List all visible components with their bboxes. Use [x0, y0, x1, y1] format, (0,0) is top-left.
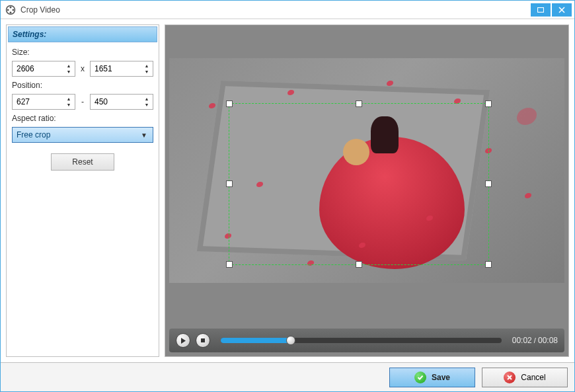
aspect-ratio-label: Aspect ratio:	[12, 114, 153, 123]
crop-handle-e[interactable]	[485, 180, 492, 187]
svg-marker-8	[181, 338, 186, 344]
spin-up-icon[interactable]: ▲	[142, 63, 151, 69]
pos-x-spinner[interactable]: ▲▼	[12, 94, 75, 110]
crop-handle-s[interactable]	[356, 261, 362, 268]
chevron-down-icon: ▼	[138, 128, 150, 142]
check-icon	[414, 372, 426, 383]
aspect-ratio-value: Free crop	[17, 130, 50, 139]
stop-button[interactable]	[196, 333, 210, 348]
client-area: Settings: Size: ▲▼ x ▲▼ Position:	[1, 19, 574, 362]
settings-body: Size: ▲▼ x ▲▼ Position:	[8, 42, 157, 355]
spin-down-icon[interactable]: ▼	[64, 102, 73, 108]
crop-handle-ne[interactable]	[485, 100, 492, 107]
crop-handle-w[interactable]	[226, 180, 233, 187]
size-separator: x	[79, 64, 86, 73]
player-bar: 00:02 / 00:08	[169, 329, 564, 352]
settings-header: Settings:	[8, 26, 157, 42]
cancel-icon	[504, 372, 516, 383]
crop-handle-nw[interactable]	[226, 100, 233, 107]
spin-up-icon[interactable]: ▲	[64, 96, 73, 102]
pos-y-spinner[interactable]: ▲▼	[90, 94, 153, 110]
size-width-input[interactable]	[17, 64, 63, 73]
svg-point-3	[7, 9, 9, 11]
svg-rect-5	[538, 7, 544, 12]
time-total: 00:08	[538, 336, 558, 345]
crop-handle-n[interactable]	[356, 100, 362, 107]
pos-separator: -	[79, 97, 86, 106]
pos-x-input[interactable]	[17, 97, 63, 106]
settings-panel: Settings: Size: ▲▼ x ▲▼ Position:	[6, 24, 159, 357]
dialog-footer: Save Cancel	[1, 362, 574, 391]
crop-handle-sw[interactable]	[226, 261, 233, 268]
save-button[interactable]: Save	[389, 368, 475, 387]
size-height-input[interactable]	[95, 64, 141, 73]
time-display: 00:02 / 00:08	[512, 336, 558, 345]
app-icon	[5, 4, 17, 16]
spin-up-icon[interactable]: ▲	[142, 96, 151, 102]
svg-point-4	[13, 9, 15, 11]
video-area[interactable]	[165, 25, 568, 329]
seek-fill	[221, 338, 291, 343]
spin-down-icon[interactable]: ▼	[142, 69, 151, 75]
save-label: Save	[432, 373, 450, 382]
size-width-spinner[interactable]: ▲▼	[12, 61, 75, 77]
svg-point-2	[10, 11, 12, 13]
svg-rect-9	[201, 338, 205, 342]
size-label: Size:	[12, 48, 153, 57]
cancel-button[interactable]: Cancel	[482, 368, 568, 387]
pos-y-input[interactable]	[95, 97, 141, 106]
position-label: Position:	[12, 81, 153, 90]
svg-point-1	[10, 6, 12, 8]
crop-rectangle[interactable]	[229, 103, 490, 265]
crop-handle-se[interactable]	[485, 261, 492, 268]
spin-up-icon[interactable]: ▲	[64, 63, 73, 69]
crop-video-window: Crop Video Settings: Size: ▲▼ x	[0, 0, 575, 392]
play-button[interactable]	[176, 333, 190, 348]
reset-button[interactable]: Reset	[51, 153, 114, 171]
seek-bar[interactable]	[221, 338, 502, 343]
aspect-ratio-dropdown[interactable]: Free crop ▼	[12, 127, 153, 143]
spin-down-icon[interactable]: ▼	[142, 102, 151, 108]
cancel-label: Cancel	[521, 373, 545, 382]
video-frame	[169, 58, 564, 283]
seek-thumb[interactable]	[286, 336, 295, 345]
size-height-spinner[interactable]: ▲▼	[90, 61, 153, 77]
titlebar[interactable]: Crop Video	[1, 1, 574, 19]
time-current: 00:02	[512, 336, 532, 345]
preview-panel: 00:02 / 00:08	[165, 24, 569, 357]
close-button[interactable]	[552, 3, 572, 17]
spin-down-icon[interactable]: ▼	[64, 69, 73, 75]
maximize-button[interactable]	[531, 3, 551, 17]
window-title: Crop Video	[20, 5, 529, 15]
